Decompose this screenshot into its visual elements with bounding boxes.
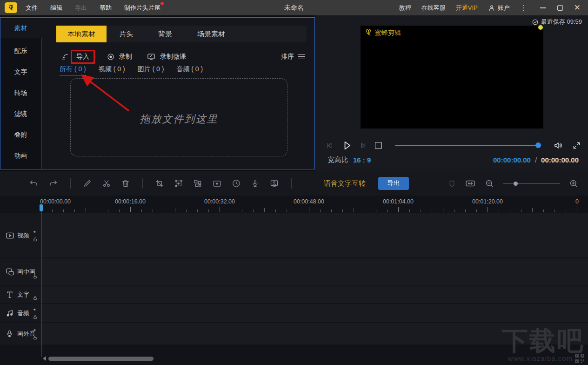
record-label: 录制 xyxy=(119,53,132,61)
media-panel-group: 素材 配乐 文字 转场 滤镜 叠附 动画 本地素材 片头 背景 场景素材 xyxy=(0,17,315,169)
filter-all[interactable]: 所有 ( 0 ) xyxy=(60,65,86,75)
delete-trash-icon[interactable] xyxy=(121,179,130,188)
export-button[interactable]: 导出 xyxy=(378,177,409,190)
filter-image[interactable]: 图片 ( 0 ) xyxy=(138,65,164,75)
sidebar-item-text[interactable]: 文字 xyxy=(0,63,41,81)
import-row: 导入 录制 录制微课 xyxy=(61,50,305,64)
saved-check-icon xyxy=(532,19,539,26)
play-button[interactable] xyxy=(341,139,353,152)
sidebar-item-filter[interactable]: 滤镜 xyxy=(0,105,41,123)
track-lock-icon[interactable] xyxy=(33,335,38,340)
record-lesson-label: 录制微课 xyxy=(160,53,186,61)
zoom-out-icon[interactable] xyxy=(485,179,494,189)
vip-link[interactable]: 开通VIP xyxy=(456,4,478,12)
track-lane-audio[interactable] xyxy=(41,304,588,322)
sidebar-item-overlay[interactable]: 叠附 xyxy=(0,126,41,144)
upper-section: 素材 配乐 文字 转场 滤镜 叠附 动画 本地素材 片头 背景 场景素材 xyxy=(0,15,588,171)
sidebar-item-transition[interactable]: 转场 xyxy=(0,84,41,102)
track-lock-icon[interactable] xyxy=(33,314,38,319)
file-dropzone[interactable]: 拖放文件到这里 xyxy=(70,78,287,156)
fullscreen-icon[interactable] xyxy=(572,141,581,150)
sidebar-item-media[interactable]: 素材 xyxy=(0,19,41,38)
scroll-left-arrow[interactable] xyxy=(43,356,46,361)
support-link[interactable]: 在线客服 xyxy=(421,4,446,12)
seek-slider[interactable] xyxy=(395,142,541,148)
ruler-label: 00:00:16.00 xyxy=(115,198,146,205)
track-mute-icon[interactable] xyxy=(33,328,38,333)
split-scissors-icon[interactable] xyxy=(102,179,111,188)
crop-icon[interactable] xyxy=(155,179,164,188)
seek-knob[interactable] xyxy=(535,142,541,148)
track-lane-pip[interactable] xyxy=(41,258,588,285)
track-lane-video[interactable] xyxy=(41,213,588,257)
zoom-region-icon[interactable] xyxy=(174,179,183,188)
import-button[interactable]: 导入 xyxy=(71,51,94,63)
record-icon xyxy=(107,53,115,61)
record-lesson-button[interactable]: 录制微课 xyxy=(147,52,186,61)
sidebar-item-animation[interactable]: 动画 xyxy=(0,147,41,165)
toolbar-divider xyxy=(70,178,71,189)
track-lock-icon[interactable] xyxy=(33,296,38,301)
redo-icon[interactable] xyxy=(48,179,58,189)
record-button[interactable]: 录制 xyxy=(107,53,132,61)
prev-frame-button[interactable] xyxy=(325,141,334,150)
menu-file[interactable]: 文件 xyxy=(26,4,38,12)
watermark-close-dot[interactable] xyxy=(538,25,543,30)
sidebar-item-music[interactable]: 配乐 xyxy=(0,42,41,61)
track-lane-text[interactable] xyxy=(41,286,588,303)
pip-icon[interactable] xyxy=(212,179,222,189)
zoom-in-icon[interactable] xyxy=(569,179,579,189)
edit-pencil-icon[interactable] xyxy=(83,179,92,188)
track-lock-icon[interactable] xyxy=(33,274,38,279)
volume-icon[interactable] xyxy=(553,140,564,151)
menu-edit[interactable]: 编辑 xyxy=(50,4,62,12)
screen-record-icon xyxy=(147,52,156,61)
fit-timeline-icon[interactable] xyxy=(465,178,476,189)
zoom-slider-knob[interactable] xyxy=(514,182,518,186)
track-row-text: 文字 xyxy=(0,286,588,303)
track-label: 文字 xyxy=(17,291,29,299)
edit-toolbar: 语音文字互转 导出 xyxy=(0,171,588,196)
sort-button[interactable]: 排序 xyxy=(281,53,305,61)
presenter-icon[interactable] xyxy=(269,179,279,189)
track-header-video: 视频 xyxy=(0,213,41,257)
tab-scene-media[interactable]: 场景素材 xyxy=(185,26,238,42)
timecode: 00:00:00.00 / 00:00:00.00 xyxy=(493,156,579,164)
track-label: 音频 xyxy=(17,309,29,318)
marker-shield-icon[interactable] xyxy=(448,180,456,188)
horizontal-scrollbar[interactable] xyxy=(48,357,154,361)
filter-audio[interactable]: 音频 ( 0 ) xyxy=(176,65,203,75)
stop-button[interactable] xyxy=(375,142,382,149)
duration-clock-icon[interactable] xyxy=(232,179,241,188)
timeline-zoom-slider[interactable] xyxy=(503,181,560,186)
tab-background[interactable]: 背景 xyxy=(146,26,185,42)
tab-local-media[interactable]: 本地素材 xyxy=(56,26,107,42)
voiceover-mic-icon[interactable] xyxy=(251,179,260,188)
close-button[interactable]: ✕ xyxy=(574,4,581,12)
menu-help[interactable]: 帮助 xyxy=(100,4,112,12)
more-menu-icon[interactable]: ⋮ xyxy=(520,4,527,12)
titlebar: 文件 编辑 导出 帮助 制作片头片尾 未命名 教程 在线客服 开通VIP 账户 … xyxy=(0,0,588,15)
account-button[interactable]: 账户 xyxy=(488,4,510,12)
toolbar-divider xyxy=(142,178,143,189)
track-mute-icon[interactable] xyxy=(33,229,38,234)
annotation-highlight-box xyxy=(71,50,95,64)
maximize-button[interactable] xyxy=(557,5,563,11)
aspect-ratio-value[interactable]: 16 : 9 xyxy=(353,156,371,164)
tutorial-link[interactable]: 教程 xyxy=(399,4,411,12)
next-frame-button[interactable] xyxy=(359,141,368,150)
undo-icon[interactable] xyxy=(29,179,39,189)
notification-dot xyxy=(160,2,164,5)
filter-video[interactable]: 视频 ( 0 ) xyxy=(99,65,125,75)
video-viewport[interactable]: 蜜蜂剪辑 xyxy=(361,26,543,128)
track-lock-icon[interactable] xyxy=(33,237,38,242)
mosaic-icon[interactable] xyxy=(193,179,202,188)
menu-intro-outro[interactable]: 制作片头片尾 xyxy=(124,4,160,12)
material-tabs: 本地素材 片头 背景 场景素材 xyxy=(56,26,307,42)
beecut-watermark-text: 蜜蜂剪辑 xyxy=(375,29,401,37)
speech-text-convert-button[interactable]: 语音文字互转 xyxy=(324,179,366,188)
minimize-button[interactable] xyxy=(540,7,546,8)
tab-intro[interactable]: 片头 xyxy=(107,26,146,42)
track-mute-icon[interactable] xyxy=(33,307,38,312)
project-title: 未命名 xyxy=(284,4,304,12)
